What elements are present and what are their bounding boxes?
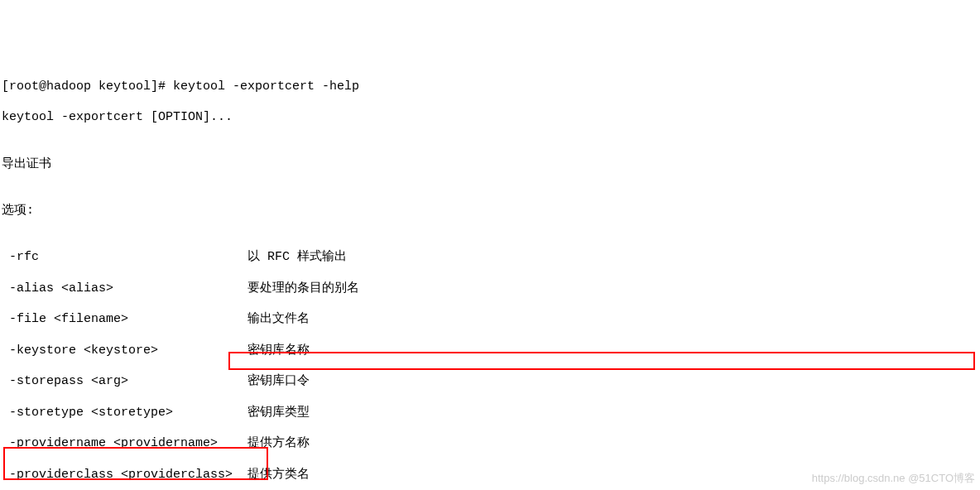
- watermark-text: https://blog.csdn.ne @51CTO博客: [812, 472, 975, 485]
- terminal-line: [root@hadoop keytool]# keytool -exportce…: [2, 79, 978, 95]
- terminal-line: -keystore <keystore> 密钥库名称: [2, 343, 978, 359]
- terminal-line: -storetype <storetype> 密钥库类型: [2, 406, 978, 421]
- terminal-line: 导出证书: [2, 157, 978, 173]
- terminal-line: -providername <providername> 提供方名称: [2, 436, 978, 452]
- terminal-line: keytool -exportcert [OPTION]...: [2, 110, 978, 126]
- terminal-output[interactable]: [root@hadoop keytool]# keytool -exportce…: [0, 62, 980, 490]
- terminal-line: 选项:: [2, 204, 978, 219]
- terminal-line: -storepass <arg> 密钥库口令: [2, 374, 978, 390]
- terminal-line: -rfc 以 RFC 样式输出: [2, 250, 978, 266]
- terminal-line: -alias <alias> 要处理的条目的别名: [2, 281, 978, 297]
- terminal-line: -file <filename> 输出文件名: [2, 312, 978, 328]
